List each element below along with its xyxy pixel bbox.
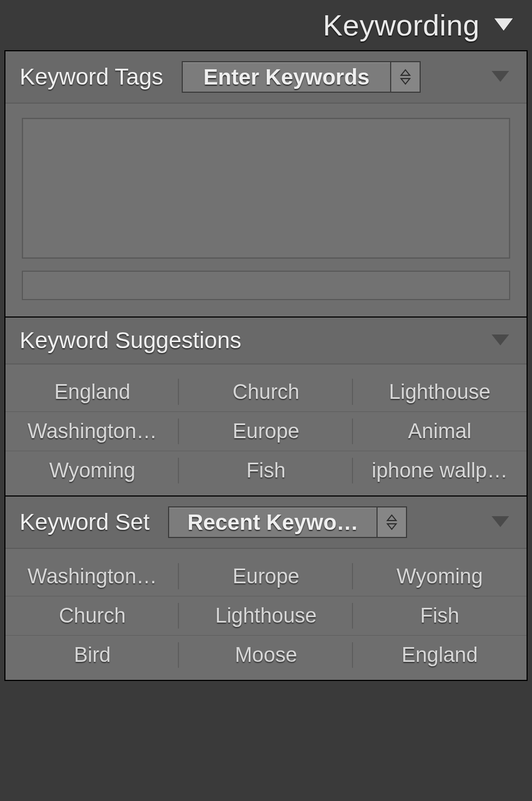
keyword-set-header: Keyword Set Recent Keywo… [5,497,527,549]
keywording-panel-header[interactable]: Keywording [0,0,532,50]
svg-marker-4 [492,334,509,345]
panel-title: Keywording [323,8,480,42]
keyword-suggestion-item[interactable]: Church [179,372,352,411]
stepper-icon[interactable] [390,62,420,92]
keyword-entry-input[interactable] [22,271,510,300]
svg-marker-3 [492,71,509,82]
keyword-set-item[interactable]: Church [5,596,179,635]
keyword-suggestions-grid-wrap: EnglandChurchLighthouseWashington…Europe… [5,364,527,495]
keyword-suggestions-disclosure-icon[interactable] [488,333,512,348]
keyword-suggestion-item[interactable]: Lighthouse [353,372,527,411]
keyword-tags-header: Keyword Tags Enter Keywords [5,51,527,104]
keyword-set-label: Keyword Set [20,509,150,535]
keyword-set-item[interactable]: Lighthouse [179,596,352,635]
stepper-icon[interactable] [376,507,406,537]
keyword-tags-body [5,104,527,316]
svg-marker-2 [401,79,410,84]
keyword-set-item[interactable]: Fish [353,596,527,635]
keyword-suggestion-item[interactable]: Europe [179,411,352,451]
keyword-set-disclosure-icon[interactable] [488,515,512,529]
keyword-set-section: Keyword Set Recent Keywo… Washington…Eur… [5,495,527,680]
keyword-suggestions-header: Keyword Suggestions [5,318,527,364]
keywording-panel-body: Keyword Tags Enter Keywords [4,50,528,681]
keyword-tags-label: Keyword Tags [20,64,163,90]
keyword-set-item[interactable]: Bird [5,635,179,674]
keyword-suggestions-label: Keyword Suggestions [20,327,241,354]
keyword-suggestion-item[interactable]: Animal [353,411,527,451]
keyword-set-item[interactable]: England [353,635,527,674]
keywords-textarea[interactable] [22,118,510,259]
keyword-set-grid: Washington…EuropeWyomingChurchLighthouse… [5,557,527,674]
keyword-suggestion-item[interactable]: England [5,372,179,411]
keyword-tags-mode-value: Enter Keywords [183,62,390,92]
keyword-suggestion-item[interactable]: iphone wallp… [353,451,527,490]
keyword-suggestions-grid: EnglandChurchLighthouseWashington…Europe… [5,372,527,490]
svg-marker-5 [387,515,396,521]
keyword-set-item[interactable]: Washington… [5,557,179,596]
panel-collapse-icon[interactable] [493,17,515,33]
keyword-set-dropdown[interactable]: Recent Keywo… [168,506,407,538]
keyword-set-item[interactable]: Europe [179,557,352,596]
keyword-tags-section: Keyword Tags Enter Keywords [5,51,527,316]
keyword-suggestion-item[interactable]: Fish [179,451,352,490]
keyword-suggestions-section: Keyword Suggestions EnglandChurchLightho… [5,316,527,495]
svg-marker-7 [492,516,509,527]
keyword-suggestion-item[interactable]: Wyoming [5,451,179,490]
keyword-set-grid-wrap: Washington…EuropeWyomingChurchLighthouse… [5,549,527,680]
keyword-suggestion-item[interactable]: Washington… [5,411,179,451]
keyword-tags-disclosure-icon[interactable] [488,70,512,84]
keyword-set-item[interactable]: Moose [179,635,352,674]
svg-marker-1 [401,70,410,75]
svg-marker-6 [387,524,396,529]
keyword-set-item[interactable]: Wyoming [353,557,527,596]
keyword-set-value: Recent Keywo… [169,507,376,537]
keyword-tags-mode-dropdown[interactable]: Enter Keywords [182,61,421,93]
svg-marker-0 [494,18,513,31]
